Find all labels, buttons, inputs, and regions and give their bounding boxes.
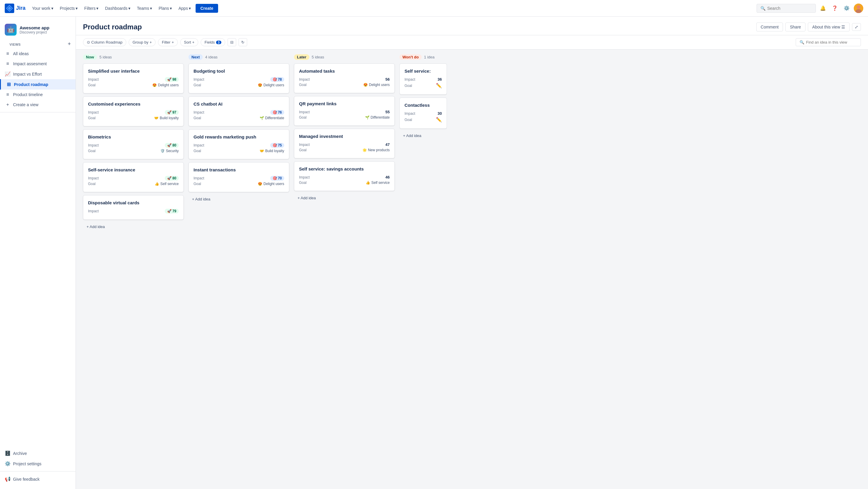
app-layout: 🤖 Awesome app Discovery project VIEWS + … — [0, 17, 868, 489]
group-by-button[interactable]: Group by + — [129, 38, 156, 46]
card-impact-field: Impact 🚀 80 — [88, 176, 179, 181]
search-input[interactable] — [767, 6, 812, 11]
settings-icon: ⚙️ — [5, 461, 11, 466]
add-idea-now-button[interactable]: + Add idea — [83, 222, 184, 231]
card-goal-field: Goal 😍 Delight users — [193, 83, 284, 87]
column-wontdo-cards: Self service: Impact 36 Goal ✏️ Contactl… — [400, 63, 447, 129]
sidebar-item-create-view[interactable]: + Create a view — [0, 99, 75, 110]
card-title: QR payment links — [299, 101, 390, 106]
global-search-bar[interactable]: 🔍 — [756, 4, 816, 13]
idea-search-input[interactable] — [806, 40, 857, 45]
card-managed-investment[interactable]: Managed investment Impact 47 Goal 🌟 New … — [294, 129, 395, 159]
impact-badge: 🎯 70 — [270, 176, 284, 181]
column-later-count: 5 ideas — [312, 55, 324, 59]
filter-button[interactable]: Filter + — [158, 38, 178, 46]
top-navigation: Jira Your work ▾ Projects ▾ Filters ▾ Da… — [0, 0, 868, 17]
idea-search-bar[interactable]: 🔍 — [796, 38, 861, 46]
add-idea-later-button[interactable]: + Add idea — [294, 193, 395, 203]
card-impact-field: Impact 46 — [299, 175, 390, 179]
card-title: Disposable virtual cards — [88, 200, 179, 205]
fields-button[interactable]: Fields 3 — [200, 38, 225, 46]
card-instant-transactions[interactable]: Instant transactions Impact 🎯 70 Goal 😍 … — [188, 162, 289, 192]
nav-apps[interactable]: Apps ▾ — [176, 4, 194, 12]
top-nav-items: Your work ▾ Projects ▾ Filters ▾ Dashboa… — [29, 4, 755, 13]
about-view-button[interactable]: About this view ☰ — [808, 23, 849, 31]
settings-button[interactable]: ⚙️ — [842, 4, 851, 13]
card-self-service-insurance[interactable]: Self-service insurance Impact 🚀 80 Goal … — [83, 162, 184, 192]
help-button[interactable]: ❓ — [830, 4, 840, 13]
card-title: Gold rewards marketing push — [193, 134, 284, 139]
card-disposable-virtual-cards[interactable]: Disposable virtual cards Impact 🚀 79 — [83, 195, 184, 220]
refresh-icon-button[interactable]: ↻ — [239, 38, 247, 46]
nav-your-work[interactable]: Your work ▾ — [29, 4, 56, 12]
column-later-badge: Later — [294, 54, 309, 60]
sidebar-item-product-roadmap[interactable]: ⊞ Product roadmap — [0, 79, 75, 90]
nav-teams[interactable]: Teams ▾ — [134, 4, 155, 12]
sidebar-item-project-settings[interactable]: ⚙️ Project settings — [0, 458, 75, 469]
goal-emoji: ✏️ — [436, 83, 442, 88]
sidebar-project-header[interactable]: 🤖 Awesome app Discovery project — [0, 21, 75, 40]
card-goal-field: Goal 🤝 Build loyalty — [193, 149, 284, 153]
nav-plans[interactable]: Plans ▾ — [156, 4, 175, 12]
sidebar-item-product-timeline[interactable]: ≡ Product timeline — [0, 90, 75, 99]
card-biometrics[interactable]: Biometrics Impact 🚀 80 Goal 🛡️ Security — [83, 129, 184, 159]
card-title: CS chatbot AI — [193, 102, 284, 107]
card-goal-field: Goal 🛡️ Security — [88, 149, 179, 153]
create-button[interactable]: Create — [195, 4, 218, 13]
search-icon: 🔍 — [761, 6, 766, 11]
table-view-icon-button[interactable]: ⊟ — [227, 38, 236, 46]
card-impact-field: Impact 🎯 75 — [193, 143, 284, 148]
add-view-icon[interactable]: + — [68, 41, 71, 47]
user-avatar[interactable] — [854, 4, 863, 13]
card-self-service-savings[interactable]: Self service: savings accounts Impact 46… — [294, 161, 395, 191]
impact-value: 47 — [385, 142, 390, 147]
jira-logo-icon — [5, 4, 14, 13]
impact-badge: 🎯 78 — [270, 77, 284, 82]
comment-button[interactable]: Comment — [756, 23, 783, 31]
card-self-service-partial[interactable]: Self service: Impact 36 Goal ✏️ — [400, 63, 447, 95]
column-later-header: Later 5 ideas — [294, 54, 395, 60]
card-title: Self service: savings accounts — [299, 166, 390, 171]
notifications-button[interactable]: 🔔 — [818, 4, 828, 13]
card-impact-field: Impact 55 — [299, 110, 390, 114]
impact-badge: 🚀 79 — [165, 209, 179, 213]
card-title: Automated tasks — [299, 68, 390, 74]
card-impact-field: Impact 🎯 78 — [193, 77, 284, 82]
column-now: Now 5 ideas Simplified user interface Im… — [83, 54, 184, 484]
page-header: Product roadmap Comment Share About this… — [76, 17, 868, 35]
sidebar-item-all-ideas[interactable]: ≡ All ideas — [0, 49, 75, 59]
sidebar-divider-2 — [0, 471, 75, 471]
card-gold-rewards-marketing[interactable]: Gold rewards marketing push Impact 🎯 75 … — [188, 129, 289, 159]
card-customised-experiences[interactable]: Customised experiences Impact 🚀 97 Goal … — [83, 96, 184, 126]
page-header-actions: Comment Share About this view ☰ ⤢ — [756, 23, 861, 31]
sort-button[interactable]: Sort + — [180, 38, 198, 46]
nav-dashboards[interactable]: Dashboards ▾ — [102, 4, 133, 12]
nav-projects[interactable]: Projects ▾ — [57, 4, 81, 12]
sidebar-item-impact-assessment[interactable]: ≡ Impact assesment — [0, 59, 75, 69]
app-logo[interactable]: Jira — [5, 4, 26, 13]
column-now-cards: Simplified user interface Impact 🚀 98 Go… — [83, 63, 184, 220]
column-wontdo-header: Won't do 1 idea — [400, 54, 447, 60]
sidebar-item-archive[interactable]: 🗄️ Archive — [0, 448, 75, 458]
sidebar-item-impact-effort[interactable]: 📈 Impact vs Effort — [0, 69, 75, 79]
column-view-button[interactable]: ⊙ Column Roadmap — [83, 38, 126, 46]
expand-button[interactable]: ⤢ — [852, 23, 861, 31]
kanban-board: Now 5 ideas Simplified user interface Im… — [76, 50, 868, 489]
list-icon: ≡ — [5, 92, 11, 97]
chevron-down-icon: ▾ — [170, 6, 172, 11]
card-budgeting-tool[interactable]: Budgeting tool Impact 🎯 78 Goal 😍 Deligh… — [188, 63, 289, 93]
share-button[interactable]: Share — [785, 23, 805, 31]
card-impact-field: Impact 🎯 70 — [193, 176, 284, 181]
nav-filters[interactable]: Filters ▾ — [81, 4, 101, 12]
sidebar-item-give-feedback[interactable]: 📢 Give feedback — [0, 474, 75, 484]
column-now-badge: Now — [83, 54, 97, 60]
svg-point-2 — [857, 5, 860, 9]
card-qr-payment-links[interactable]: QR payment links Impact 55 Goal 🌱 Differ… — [294, 96, 395, 126]
card-simplified-user-interface[interactable]: Simplified user interface Impact 🚀 98 Go… — [83, 63, 184, 93]
card-automated-tasks[interactable]: Automated tasks Impact 56 Goal 😍 Delight… — [294, 63, 395, 93]
card-cs-chatbot-ai[interactable]: CS chatbot AI Impact 🎯 76 Goal 🌱 Differe… — [188, 96, 289, 126]
add-idea-wontdo-button[interactable]: + Add idea — [400, 131, 447, 140]
card-contactless[interactable]: Contactless Impact 30 Goal ✏️ — [400, 97, 447, 129]
card-goal-field: Goal 🤝 Build loyalty — [88, 116, 179, 120]
add-idea-next-button[interactable]: + Add idea — [188, 195, 289, 204]
